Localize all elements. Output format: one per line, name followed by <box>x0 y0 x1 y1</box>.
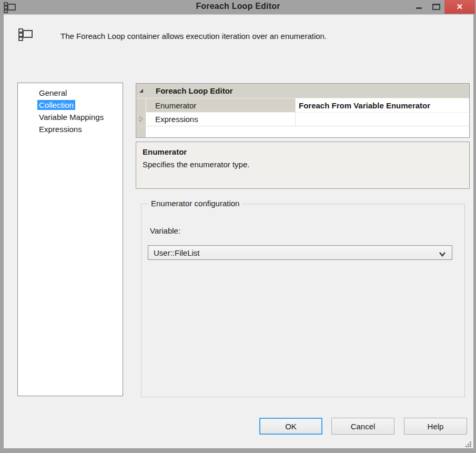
row-gutter <box>136 98 146 113</box>
property-description-title: Enumerator <box>143 147 463 156</box>
property-value[interactable] <box>295 113 469 126</box>
variable-dropdown[interactable]: User::FileList <box>148 245 452 260</box>
property-row-enumerator[interactable]: Enumerator Foreach From Variable Enumera… <box>136 98 469 113</box>
groupbox-legend: Enumerator configuration <box>148 199 242 208</box>
property-row-expressions[interactable]: Expressions <box>136 113 469 126</box>
property-value[interactable]: Foreach From Variable Enumerator <box>295 98 469 113</box>
row-gutter <box>136 126 146 137</box>
maximize-icon <box>432 4 440 10</box>
foreach-loop-editor-dialog: Foreach Loop Editor ✕ The Foreach Loop c… <box>0 0 476 453</box>
minimize-icon <box>416 7 422 9</box>
row-gutter <box>136 113 146 126</box>
help-button[interactable]: Help <box>404 418 467 435</box>
sidebar-item-expressions[interactable]: Expressions <box>18 123 123 135</box>
pages-list: General Collection Variable Mappings Exp… <box>17 83 123 396</box>
enumerator-configuration-group: Enumerator configuration Variable: User:… <box>141 204 465 397</box>
property-description-text: Specifies the enumerator type. <box>143 160 463 169</box>
chevron-down-icon[interactable] <box>438 250 447 259</box>
property-grid-category-row[interactable]: Foreach Loop Editor <box>136 84 469 98</box>
window-title: Foreach Loop Editor <box>0 2 476 11</box>
foreach-loop-icon <box>17 26 34 43</box>
cancel-button[interactable]: Cancel <box>331 418 394 435</box>
close-button[interactable]: ✕ <box>444 0 475 14</box>
category-title: Foreach Loop Editor <box>146 86 233 95</box>
property-description-panel: Enumerator Specifies the enumerator type… <box>136 142 470 189</box>
property-name: Enumerator <box>146 98 295 113</box>
variable-label: Variable: <box>150 226 180 235</box>
sidebar-item-general[interactable]: General <box>18 87 123 99</box>
variable-dropdown-value: User::FileList <box>154 248 200 257</box>
expanded-triangle-icon[interactable] <box>136 88 146 94</box>
sidebar-item-collection[interactable]: Collection <box>18 99 123 111</box>
dialog-description: The Foreach Loop container allows execut… <box>60 32 327 41</box>
sidebar-item-variable-mappings[interactable]: Variable Mappings <box>18 111 123 123</box>
titlebar[interactable]: Foreach Loop Editor ✕ <box>0 0 476 14</box>
dialog-body: The Foreach Loop container allows execut… <box>4 14 473 448</box>
minimize-button[interactable] <box>412 0 426 13</box>
close-icon: ✕ <box>457 2 463 12</box>
property-name: Expressions <box>146 113 295 126</box>
property-grid-empty-row <box>136 126 469 137</box>
ok-button[interactable]: OK <box>259 418 322 435</box>
resize-grip[interactable] <box>463 439 471 447</box>
property-grid: Foreach Loop Editor Enumerator Foreach F… <box>136 83 470 138</box>
maximize-button[interactable] <box>429 0 443 13</box>
collapsed-triangle-icon[interactable] <box>138 115 144 124</box>
